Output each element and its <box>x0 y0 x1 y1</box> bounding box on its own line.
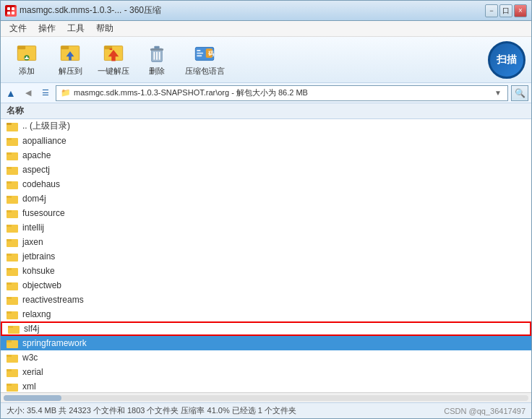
svg-marker-16 <box>110 48 113 50</box>
folder-icon <box>7 208 18 218</box>
toolbar: 添加 解压到 一键解压 <box>1 37 531 83</box>
folder-icon <box>7 179 18 189</box>
folder-icon <box>7 295 18 305</box>
menu-file[interactable]: 文件 <box>4 21 33 36</box>
add-button[interactable]: 添加 <box>7 40 47 80</box>
oneclick-extract-button[interactable]: 一键解压 <box>93 40 134 80</box>
address-field[interactable]: 📁 masmgc.sdk.mms-1.0.3-SNAPSHOT.rar\org … <box>56 85 508 101</box>
list-item[interactable]: xml <box>1 379 531 392</box>
file-list[interactable]: .. (上级目录)aopallianceapacheaspectjcodehau… <box>1 119 531 392</box>
folder-icon <box>7 367 18 377</box>
folder-icon <box>8 324 20 334</box>
svg-rect-24 <box>197 50 200 51</box>
list-item[interactable]: codehaus <box>1 177 531 191</box>
window-controls: － 口 × <box>485 4 527 17</box>
delete-button[interactable]: 删除 <box>137 40 177 80</box>
svg-rect-1 <box>12 7 14 10</box>
svg-rect-32 <box>7 138 12 140</box>
folder-icon <box>7 280 18 290</box>
hscroll-track <box>4 395 528 401</box>
nav-list-btn[interactable]: ☰ <box>38 86 53 100</box>
folder-icon <box>7 194 18 204</box>
svg-rect-50 <box>7 268 12 270</box>
file-name: aspectj <box>22 165 50 175</box>
list-item[interactable]: jetbrains <box>1 249 531 264</box>
file-name: reactivestreams <box>22 295 84 305</box>
svg-rect-64 <box>7 369 12 371</box>
extract-icon <box>59 43 82 64</box>
svg-rect-46 <box>7 239 12 241</box>
file-name: codehaus <box>22 179 60 189</box>
menu-help[interactable]: 帮助 <box>90 21 119 36</box>
svg-rect-56 <box>7 311 12 314</box>
folder-icon <box>7 121 18 131</box>
close-btn[interactable]: × <box>514 4 527 17</box>
address-dropdown[interactable]: ▼ <box>493 89 503 97</box>
list-item[interactable]: dom4j <box>1 191 531 206</box>
svg-rect-54 <box>7 297 12 299</box>
list-item[interactable]: relaxng <box>1 307 531 321</box>
svg-rect-18 <box>150 48 163 51</box>
menu-tools[interactable]: 工具 <box>61 21 90 36</box>
svg-rect-52 <box>7 282 12 285</box>
file-name: fusesource <box>22 208 65 218</box>
list-item[interactable]: aspectj <box>1 163 531 177</box>
svg-rect-60 <box>7 340 12 342</box>
file-name: relaxng <box>22 309 51 319</box>
list-item[interactable]: slf4j <box>1 321 531 336</box>
file-name: jetbrains <box>22 251 55 262</box>
list-item[interactable]: w3c <box>1 350 531 365</box>
hscrollbar[interactable] <box>1 392 531 402</box>
oneclick-icon <box>102 43 125 64</box>
file-name: springframework <box>22 338 87 348</box>
minimize-btn[interactable]: － <box>485 4 498 17</box>
file-name: xml <box>22 381 36 392</box>
address-text: masmgc.sdk.mms-1.0.3-SNAPSHOT.rar\org - … <box>74 87 493 98</box>
nav-up-btn[interactable]: ▲ <box>4 86 18 100</box>
list-item[interactable]: reactivestreams <box>1 293 531 307</box>
folder-icon <box>7 136 18 146</box>
list-item[interactable]: objectweb <box>1 278 531 293</box>
list-item[interactable]: xerial <box>1 365 531 379</box>
lang-button[interactable]: 码 压缩包语言 <box>180 40 229 80</box>
hscroll-thumb[interactable] <box>4 395 61 401</box>
extract-to-button[interactable]: 解压到 <box>50 40 90 80</box>
svg-rect-9 <box>25 57 28 59</box>
svg-rect-25 <box>197 52 203 53</box>
list-item[interactable]: springframework <box>1 336 531 350</box>
menubar: 文件 操作 工具 帮助 <box>1 21 531 37</box>
scan-button[interactable]: 扫描 <box>488 41 525 79</box>
svg-rect-11 <box>61 46 69 49</box>
file-name: objectweb <box>22 280 61 290</box>
svg-rect-19 <box>154 46 159 48</box>
menu-ops[interactable]: 操作 <box>33 21 61 36</box>
file-name: kohsuke <box>22 266 55 276</box>
maximize-btn[interactable]: 口 <box>499 4 512 17</box>
list-item[interactable]: .. (上级目录) <box>1 119 531 134</box>
list-item[interactable]: intellij <box>1 220 531 235</box>
svg-rect-58 <box>8 326 13 328</box>
watermark: CSDN @qq_36417497 <box>444 407 525 415</box>
file-name: dom4j <box>22 194 46 204</box>
list-item[interactable]: kohsuke <box>1 264 531 278</box>
svg-rect-44 <box>7 225 12 227</box>
statusbar: 大小: 35.4 MB 共 24323 个文件和 1803 个文件夹 压缩率 4… <box>1 402 531 418</box>
folder-icon <box>7 338 18 348</box>
titlebar: masmgc.sdk.mms-1.0.3-... - 360压缩 － 口 × <box>1 1 531 21</box>
list-item[interactable]: jaxen <box>1 235 531 249</box>
list-item[interactable]: aopalliance <box>1 134 531 148</box>
delete-icon <box>145 43 168 64</box>
svg-rect-0 <box>7 7 10 10</box>
file-name: xerial <box>22 367 43 377</box>
svg-rect-48 <box>7 254 12 256</box>
folder-icon <box>7 251 18 262</box>
folder-icon <box>7 165 18 175</box>
add-icon <box>15 43 38 64</box>
nav-back-btn[interactable]: ◀ <box>21 86 35 100</box>
list-item[interactable]: fusesource <box>1 206 531 220</box>
list-item[interactable]: apache <box>1 148 531 163</box>
search-button[interactable]: 🔍 <box>511 85 528 101</box>
folder-icon <box>7 381 18 392</box>
file-name: intellij <box>22 223 44 233</box>
status-info: 大小: 35.4 MB 共 24323 个文件和 1803 个文件夹 压缩率 4… <box>7 405 296 416</box>
